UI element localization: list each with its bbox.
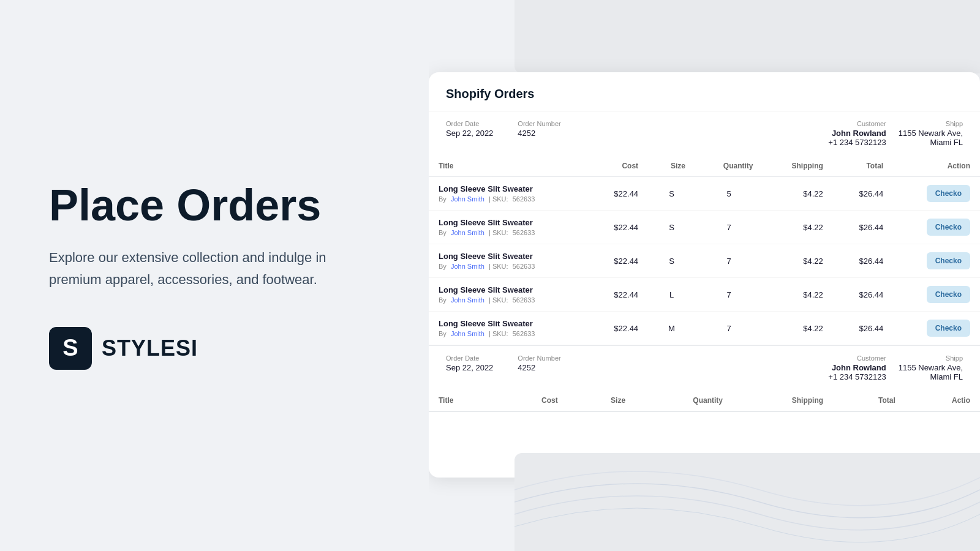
size-cell: S	[648, 177, 695, 211]
col-shipping: Shipping	[763, 156, 833, 177]
col-cost-2: Cost	[497, 390, 568, 411]
seller-link[interactable]: John Smith	[451, 296, 484, 304]
quantity-cell: 7	[695, 211, 763, 244]
col-quantity: Quantity	[695, 156, 763, 177]
quantity-cell: 7	[695, 312, 763, 345]
customer-field: Customer John Rowland +1 234 5732123	[828, 120, 886, 147]
shipping-cell: $4.22	[763, 278, 833, 312]
total-cell: $26.44	[833, 312, 893, 345]
brand-logo: S STYLESI	[49, 327, 466, 370]
quantity-cell: 7	[695, 278, 763, 312]
order-table-2: Title Cost Size Quantity Shipping Total …	[429, 390, 980, 411]
product-cell: Long Sleeve Slit Sweater By John Smith |…	[429, 177, 588, 211]
sku-value: 562633	[513, 296, 535, 304]
total-cell: $26.44	[833, 177, 893, 211]
product-meta: By John Smith | SKU: 562633	[439, 195, 578, 203]
checkout-button[interactable]: Checko	[927, 320, 970, 337]
product-meta: By John Smith | SKU: 562633	[439, 330, 578, 337]
quantity-cell: 7	[695, 244, 763, 278]
checkout-button[interactable]: Checko	[927, 286, 970, 303]
order-number-label-2: Order Number	[518, 354, 560, 362]
seller-link[interactable]: John Smith	[451, 330, 484, 337]
total-cell: $26.44	[833, 278, 893, 312]
right-panel: Shopify Orders Order Date Sep 22, 2022 O…	[429, 0, 980, 551]
order-number-label: Order Number	[518, 120, 560, 127]
seller-link[interactable]: John Smith	[451, 195, 484, 203]
col-action-2: Actio	[905, 390, 980, 411]
shipping-city: Miami FL	[899, 138, 963, 147]
cost-cell: $22.44	[588, 312, 648, 345]
sku-value: 562633	[513, 195, 535, 203]
brand-name: STYLESI	[102, 335, 198, 361]
product-name: Long Sleeve Slit Sweater	[439, 218, 578, 227]
sku-value: 562633	[513, 263, 535, 270]
customer-phone: +1 234 5732123	[828, 138, 886, 147]
table-row: Long Sleeve Slit Sweater By John Smith |…	[429, 211, 980, 244]
shipping-cell: $4.22	[763, 244, 833, 278]
hero-title: Place Orders	[49, 181, 466, 230]
shipping-field-2: Shipp 1155 Newark Ave, Miami FL	[899, 354, 963, 381]
order-number-field: Order Number 4252	[518, 120, 560, 138]
order-date-field-2: Order Date Sep 22, 2022	[446, 354, 493, 372]
by-label: By	[439, 263, 447, 270]
product-name: Long Sleeve Slit Sweater	[439, 184, 578, 193]
action-cell: Checko	[893, 211, 980, 244]
col-title-2: Title	[429, 390, 497, 411]
size-cell: S	[648, 244, 695, 278]
sku-separator: | SKU:	[489, 195, 508, 203]
customer-label: Customer	[828, 120, 886, 127]
col-title: Title	[429, 156, 588, 177]
action-cell: Checko	[893, 244, 980, 278]
sku-separator: | SKU:	[489, 296, 508, 304]
bottom-decorative	[514, 453, 980, 551]
col-size: Size	[648, 156, 695, 177]
cost-cell: $22.44	[588, 211, 648, 244]
sku-value: 562633	[513, 330, 535, 337]
table-row: Long Sleeve Slit Sweater By John Smith |…	[429, 278, 980, 312]
brand-icon-box: S	[49, 327, 92, 370]
product-cell: Long Sleeve Slit Sweater By John Smith |…	[429, 278, 588, 312]
shipping-field: Shipp 1155 Newark Ave, Miami FL	[899, 120, 963, 147]
by-label: By	[439, 330, 447, 337]
checkout-button[interactable]: Checko	[927, 219, 970, 236]
product-cell: Long Sleeve Slit Sweater By John Smith |…	[429, 244, 588, 278]
top-decorative	[514, 0, 980, 73]
product-cell: Long Sleeve Slit Sweater By John Smith |…	[429, 312, 588, 345]
customer-label-2: Customer	[828, 354, 886, 362]
product-name: Long Sleeve Slit Sweater	[439, 252, 578, 261]
order-date-label-2: Order Date	[446, 354, 493, 362]
checkout-button[interactable]: Checko	[927, 252, 970, 269]
customer-name: John Rowland	[828, 129, 886, 138]
seller-link[interactable]: John Smith	[451, 229, 484, 236]
checkout-button[interactable]: Checko	[927, 185, 970, 202]
action-cell: Checko	[893, 278, 980, 312]
shipping-city-2: Miami FL	[899, 372, 963, 381]
quantity-cell: 5	[695, 177, 763, 211]
col-size-2: Size	[568, 390, 635, 411]
customer-field-2: Customer John Rowland +1 234 5732123	[828, 354, 886, 381]
brand-icon-letter: S	[62, 335, 78, 361]
product-meta: By John Smith | SKU: 562633	[439, 229, 578, 236]
order-table-1: Title Cost Size Quantity Shipping Total …	[429, 156, 980, 345]
cost-cell: $22.44	[588, 177, 648, 211]
size-cell: S	[648, 211, 695, 244]
sku-separator: | SKU:	[489, 263, 508, 270]
table-row: Long Sleeve Slit Sweater By John Smith |…	[429, 244, 980, 278]
order-number-value: 4252	[518, 129, 560, 138]
col-action: Action	[893, 156, 980, 177]
by-label: By	[439, 195, 447, 203]
sku-separator: | SKU:	[489, 330, 508, 337]
order-date-value-2: Sep 22, 2022	[446, 363, 493, 372]
product-meta: By John Smith | SKU: 562633	[439, 263, 578, 270]
total-cell: $26.44	[833, 244, 893, 278]
action-cell: Checko	[893, 177, 980, 211]
col-shipping-2: Shipping	[733, 390, 833, 411]
shipping-cell: $4.22	[763, 312, 833, 345]
shipping-cell: $4.22	[763, 211, 833, 244]
customer-name-2: John Rowland	[828, 363, 886, 372]
order-meta-row-2: Order Date Sep 22, 2022 Order Number 425…	[429, 346, 980, 390]
by-label: By	[439, 296, 447, 304]
hero-subtitle: Explore our extensive collection and ind…	[49, 247, 355, 290]
order-date-field: Order Date Sep 22, 2022	[446, 120, 493, 138]
seller-link[interactable]: John Smith	[451, 263, 484, 270]
